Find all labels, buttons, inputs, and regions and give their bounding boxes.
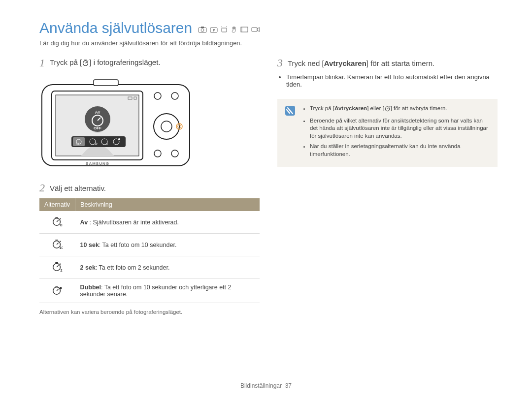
table-row: Dubbel: Ta ett foto om 10 sekunder och y… — [39, 279, 260, 303]
mode-icon-hand — [231, 26, 237, 34]
list-item: Timerlampan blinkar. Kameran tar ett fot… — [286, 73, 498, 88]
options-vary-note: Alternativen kan variera beroende på fot… — [39, 309, 260, 315]
svg-rect-1 — [201, 27, 204, 28]
step-1-number: 1 — [39, 57, 45, 69]
svg-point-45 — [60, 287, 62, 289]
timer-icon — [384, 105, 391, 114]
mode-icon-video — [251, 26, 260, 34]
step-3-number: 3 — [277, 57, 283, 69]
svg-rect-7 — [241, 27, 242, 32]
table-row: OFF Av : Självutlösaren är inte aktivera… — [39, 211, 260, 234]
title-row: Använda självutlösaren P — [39, 20, 498, 36]
info-1-pre: Tryck på [ — [310, 105, 334, 111]
svg-rect-8 — [252, 28, 257, 31]
row-desc: : Ta ett foto om 10 sekunder och ytterli… — [80, 284, 232, 298]
info-1-mid: ] eller [ — [367, 105, 384, 111]
timer-off-icon: OFF — [39, 211, 75, 234]
svg-point-38 — [53, 218, 61, 226]
timer-icon — [82, 59, 89, 68]
row-title: Av — [80, 219, 88, 226]
mode-icon-scene — [240, 26, 248, 34]
timer-double-icon — [39, 279, 75, 303]
list-item: Beroende på vilket alternativ för ansikt… — [310, 117, 491, 140]
svg-text:10: 10 — [60, 246, 63, 249]
svg-text:OFF: OFF — [60, 223, 63, 227]
list-item: Tryck på [Avtryckaren] eller [] för att … — [310, 105, 491, 114]
step-3-bullets: Timerlampan blinkar. Kameran tar ett fot… — [286, 73, 498, 88]
info-1-post: ] för att avbryta timern. — [391, 105, 447, 111]
timer-2-icon: 2 — [39, 256, 75, 279]
svg-point-47 — [385, 107, 390, 111]
mode-icon-p: P — [210, 26, 218, 34]
row-title: 2 sek — [80, 264, 96, 271]
svg-point-2 — [201, 29, 204, 31]
mode-icon-stab — [221, 26, 228, 34]
info-icon — [284, 105, 296, 117]
svg-text:2: 2 — [106, 142, 108, 145]
step-1-text-after: ] i fotograferingsläget. — [89, 58, 160, 66]
row-title: 10 sek — [80, 242, 99, 248]
page-footer: Bildinställningar 37 — [0, 382, 532, 389]
info-1-shutter: Avtryckaren — [334, 105, 367, 111]
step-1-text-before: Tryck på [ — [50, 58, 82, 66]
step-3-shutter: Avtryckaren — [324, 59, 366, 67]
svg-text:P: P — [213, 29, 215, 32]
camera-screen-av: Av — [95, 110, 100, 115]
footer-section: Bildinställningar — [240, 382, 282, 389]
camera-screen-off: OFF — [94, 126, 101, 130]
svg-text:2: 2 — [61, 268, 63, 272]
svg-text:OFF: OFF — [76, 142, 81, 145]
step-2-heading: 2 Välj ett alternativ. — [39, 182, 260, 194]
table-head-alternativ: Alternativ — [39, 198, 75, 211]
table-row: 2 2 sek: Ta ett foto om 2 sekunder. — [39, 256, 260, 279]
step-2-number: 2 — [39, 182, 45, 194]
footer-page: 37 — [285, 382, 292, 389]
page-subtitle: Lär dig dig hur du använder självutlösar… — [39, 39, 498, 47]
list-item: När du ställer in serietagningsalternati… — [310, 143, 491, 158]
svg-rect-5 — [222, 28, 227, 32]
row-desc: : Ta ett foto om 2 sekunder. — [96, 264, 170, 271]
step-3-text-before: Tryck ned [ — [288, 59, 324, 67]
row-desc: : Ta ett foto om 10 sekunder. — [99, 242, 177, 248]
svg-point-26 — [118, 138, 120, 140]
timer-10-icon: 10 — [39, 234, 75, 256]
camera-illustration: Av OFF OFF 10 2 — [39, 77, 197, 171]
right-column: 3 Tryck ned [Avtryckaren] för att starta… — [277, 57, 498, 315]
row-desc: : Självutlösaren är inte aktiverad. — [88, 219, 179, 226]
page-title: Använda självutlösaren — [39, 20, 192, 36]
table-head-beskrivning: Beskrivning — [75, 198, 260, 211]
options-table: Alternativ Beskrivning OFF Av : Självutl… — [39, 198, 260, 303]
mode-icons: P — [198, 26, 260, 34]
step-1-heading: 1 Tryck på [] i fotograferingsläget. — [39, 57, 260, 69]
step-3-text-after: ] för att starta timern. — [366, 59, 434, 67]
left-column: 1 Tryck på [] i fotograferingsläget. Av — [39, 57, 260, 315]
step-2-text: Välj ett alternativ. — [50, 184, 106, 192]
step-3-heading: 3 Tryck ned [Avtryckaren] för att starta… — [277, 57, 498, 69]
table-row: 10 10 sek: Ta ett foto om 10 sekunder. — [39, 234, 260, 256]
row-title: Dubbel — [80, 284, 101, 291]
svg-text:SAMSUNG: SAMSUNG — [86, 161, 109, 166]
svg-rect-11 — [94, 80, 118, 86]
mode-icon-smart — [198, 26, 207, 34]
info-box: Tryck på [Avtryckaren] eller [] för att … — [277, 99, 498, 167]
svg-text:10: 10 — [95, 142, 98, 145]
